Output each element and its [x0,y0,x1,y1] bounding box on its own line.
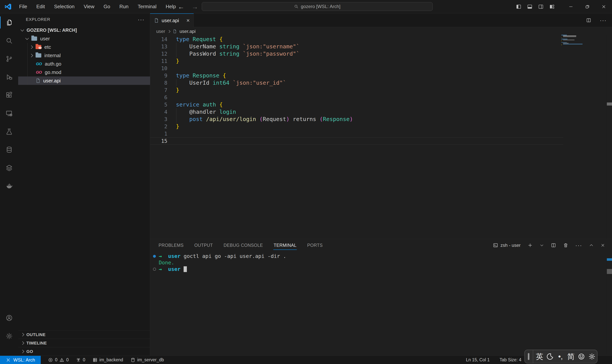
tab-user-api[interactable]: user.api × [150,13,194,27]
chevron-right-icon [21,341,24,345]
ime-toolbar: 英•,简 [524,350,598,364]
ime-simplified-chinese[interactable]: 简 [566,352,576,362]
backend-status[interactable]: im_backend [93,357,123,363]
command-center-search[interactable]: gozero [WSL: Arch] [202,2,433,11]
activity-explorer-icon[interactable] [0,13,18,32]
ime-settings-gear-icon[interactable] [586,353,597,360]
panel-tab-terminal[interactable]: TERMINAL [273,240,297,250]
new-terminal-plus-icon[interactable] [528,243,533,248]
terminal-instance[interactable]: zsh - user [493,243,520,248]
customize-layout-icon[interactable] [549,4,555,9]
ime-language-english[interactable]: 英 [534,352,545,362]
activity-accounts-icon[interactable] [0,309,18,327]
toggle-panel-icon[interactable] [527,4,532,9]
terminal-dropdown-chevron-icon[interactable] [540,243,544,247]
breadcrumb-file[interactable]: user.api [180,29,196,34]
activity-docker-icon[interactable] [0,177,18,195]
ime-punctuation-toggle[interactable]: •, [555,352,566,361]
close-panel-icon[interactable] [600,243,605,247]
window-restore-button[interactable] [579,0,596,13]
ime-drag-handle[interactable] [528,353,529,360]
activity-bar [0,13,18,356]
code-text [167,65,176,72]
split-editor-icon[interactable] [586,18,591,23]
tab-close-icon[interactable]: × [186,17,190,24]
command-decoration-success[interactable] [153,255,159,258]
section-outline[interactable]: OUTLINE [18,330,150,339]
line-number: 7 [150,87,167,93]
activity-database-icon[interactable] [0,141,18,159]
code-editor[interactable]: 14type Request {13 UserName string `json… [150,36,612,239]
activity-source-control-icon[interactable] [0,50,18,68]
explorer-more-actions-icon[interactable]: ··· [138,16,145,23]
tree-item-label: etc [44,44,51,50]
activity-extensions-icon[interactable] [0,86,18,104]
nav-back-arrow[interactable]: ← [178,3,184,11]
database-label: im_server_db [137,357,164,363]
problems-status[interactable]: 0 0 [48,357,69,363]
activity-settings-gear-icon[interactable] [0,327,18,345]
editor-more-actions-icon[interactable]: ··· [600,17,607,24]
tree-item-user-api[interactable]: user.api [18,77,150,85]
cursor-position[interactable]: Ln 15, Col 1 [466,357,490,363]
menu-selection[interactable]: Selection [50,2,79,11]
code-line: 14type Request { [150,36,612,43]
forwarded-ports-status[interactable]: 0 [76,357,85,363]
toggle-sidebar-icon[interactable] [516,4,521,9]
menu-bar: FileEditSelectionViewGoRunTerminalHelp [15,2,180,11]
menu-view[interactable]: View [80,2,98,11]
ime-dark-mode-moon-icon[interactable] [545,353,555,360]
window-minimize-button[interactable] [563,0,579,13]
code-text: post /api/user/login (Request) returns (… [167,116,353,123]
toggle-secondary-sidebar-icon[interactable] [538,4,544,9]
activity-remote-explorer-icon[interactable] [0,104,18,122]
terminal-command-mark [607,258,612,261]
database-status[interactable]: im_server_db [131,357,164,363]
tree-root[interactable]: GOZERO [WSL: ARCH] [18,26,150,34]
indentation[interactable]: Tab Size: 4 [500,357,521,363]
line-number: 1 [150,131,167,137]
terminal-output[interactable]: → user goctl api go -api user.api -dir .… [153,253,286,273]
activity-run-debug-icon[interactable] [0,68,18,86]
activity-layers-icon[interactable] [0,159,18,177]
ime-divider [533,350,533,363]
tree-item-go-mod[interactable]: GOgo.mod [18,68,150,77]
menu-file[interactable]: File [15,2,31,11]
minimap[interactable] [561,35,595,46]
section-timeline[interactable]: TIMELINE [18,339,150,347]
activity-search-icon[interactable] [0,32,18,50]
panel-more-actions-icon[interactable]: ··· [575,242,582,248]
menu-help[interactable]: Help [162,2,180,11]
panel-tab-ports[interactable]: PORTS [307,240,323,250]
tree-item-etc[interactable]: etc [18,43,150,51]
nav-forward-arrow[interactable]: → [192,3,198,11]
menu-go[interactable]: Go [100,2,114,11]
status-bar: WSL: Arch 0 0 0 im_backend im_server_db … [0,356,612,364]
split-terminal-icon[interactable] [551,243,556,248]
terminal-command: goctl api go -api user.api -dir . [184,253,286,260]
maximize-panel-chevron-icon[interactable] [589,243,594,247]
code-text: UserName string `json:"username"` [167,43,300,50]
command-decoration-pending[interactable] [153,268,159,271]
window-close-button[interactable] [596,0,612,13]
tree-item-user[interactable]: user [18,34,150,43]
breadcrumb-folder[interactable]: user [156,29,165,34]
tree-item-auth-go[interactable]: GOauth.go [18,60,150,68]
database-icon [131,358,135,363]
ime-emoji-picker-icon[interactable] [576,353,587,360]
terminal-icon [493,243,498,248]
menu-edit[interactable]: Edit [32,2,49,11]
panel-tab-problems[interactable]: PROBLEMS [158,240,184,250]
server-icon [93,358,97,363]
menu-run[interactable]: Run [116,2,132,11]
section-go[interactable]: GO [18,347,150,356]
activity-testing-icon[interactable] [0,122,18,141]
panel-tab-output[interactable]: OUTPUT [194,240,213,250]
remote-indicator[interactable]: WSL: Arch [0,356,41,364]
kill-terminal-trash-icon[interactable] [563,243,568,248]
code-text: } [167,86,179,94]
panel-tab-debug-console[interactable]: DEBUG CONSOLE [223,240,263,250]
menu-terminal[interactable]: Terminal [134,2,160,11]
code-text: } [167,123,179,130]
tree-item-internal[interactable]: internal [18,51,150,60]
